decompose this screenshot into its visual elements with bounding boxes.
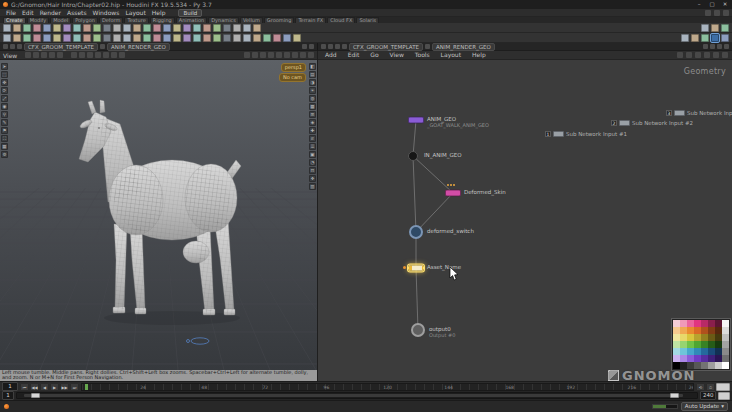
palette-swatch[interactable] (722, 355, 729, 362)
shelf-tool-icon[interactable] (701, 24, 709, 32)
shelf-tool-icon[interactable] (243, 24, 251, 32)
viewport-toolbar-icon[interactable] (268, 52, 274, 58)
network-toolbar-icon[interactable] (695, 52, 701, 58)
shelf-tool-icon[interactable] (93, 24, 101, 32)
menubar-icon[interactable] (705, 10, 711, 16)
pane-menu-icon[interactable] (328, 44, 333, 49)
palette-swatch[interactable] (694, 355, 701, 362)
palette-swatch[interactable] (715, 362, 722, 369)
pane-option-icon[interactable] (724, 44, 729, 49)
shelf-tool-icon[interactable] (163, 34, 171, 42)
maximize-button[interactable]: ▢ (708, 0, 716, 9)
viewport-view-button[interactable]: View (3, 52, 17, 59)
shelf-tool-icon[interactable] (143, 24, 151, 32)
viewport-toolbar-icon[interactable] (292, 52, 298, 58)
minimize-button[interactable]: – (695, 0, 703, 9)
display-option-icon[interactable]: ✚ (309, 127, 316, 134)
viewport-toolbar-icon[interactable] (57, 52, 63, 58)
viewport-toolbar-icon[interactable] (111, 52, 117, 58)
range-grip-end[interactable] (670, 393, 679, 398)
node-shape[interactable] (411, 323, 425, 337)
display-option-icon[interactable]: ▥ (309, 183, 316, 190)
palette-swatch[interactable] (673, 341, 680, 348)
pane-option-icon[interactable] (302, 44, 307, 49)
shelf-tool-icon[interactable] (73, 34, 81, 42)
current-frame-field[interactable]: 1 (2, 382, 18, 391)
pane-option-icon[interactable] (710, 44, 715, 49)
path-segment[interactable]: CFX_GROOM_TEMPLATE (24, 43, 98, 51)
global-range-slider[interactable] (16, 392, 698, 399)
viewport-canvas[interactable] (0, 60, 317, 370)
viewport-tool-icon[interactable]: ⤢ (1, 95, 8, 102)
shelf-tool-icon[interactable] (711, 34, 719, 42)
palette-swatch[interactable] (722, 341, 729, 348)
palette-swatch[interactable] (701, 320, 708, 327)
viewport-tool-icon[interactable]: ⬚ (1, 71, 8, 78)
transport-button[interactable]: ◀ (40, 383, 49, 391)
viewport-toolbar-icon[interactable] (284, 52, 290, 58)
viewport-tool-icon[interactable]: ⟳ (1, 87, 8, 94)
viewport-camera-pill[interactable]: No cam (279, 73, 306, 82)
viewport-tool-icon[interactable]: ⚑ (1, 127, 8, 134)
shelf-tool-icon[interactable] (213, 24, 221, 32)
transport-button[interactable]: ▶ (50, 383, 59, 391)
palette-swatch[interactable] (694, 320, 701, 327)
shelf-tool-icon[interactable] (233, 34, 241, 42)
palette-swatch[interactable] (708, 320, 715, 327)
palette-swatch[interactable] (701, 355, 708, 362)
palette-swatch[interactable] (680, 341, 687, 348)
shelf-tool-icon[interactable] (691, 34, 699, 42)
shelf-tool-icon[interactable] (133, 34, 141, 42)
pane-menu-icon[interactable] (3, 44, 8, 49)
shelf-tool-icon[interactable] (273, 34, 281, 42)
palette-swatch[interactable] (673, 327, 680, 334)
origin-gizmo[interactable] (187, 338, 210, 344)
palette-swatch[interactable] (680, 320, 687, 327)
shelf-tool-icon[interactable] (103, 34, 111, 42)
palette-swatch[interactable] (673, 320, 680, 327)
shelf-tool-icon[interactable] (73, 24, 81, 32)
palette-swatch[interactable] (708, 334, 715, 341)
shelf-tool-icon[interactable] (3, 24, 11, 32)
palette-swatch[interactable] (722, 334, 729, 341)
shelf-tool-icon[interactable] (83, 24, 91, 32)
shelf-tool-icon[interactable] (263, 34, 271, 42)
display-option-icon[interactable]: ◧ (309, 63, 316, 70)
palette-swatch[interactable] (701, 348, 708, 355)
palette-swatch[interactable] (715, 327, 722, 334)
network-toolbar-icon[interactable] (713, 52, 719, 58)
shelf-tool-icon[interactable] (163, 24, 171, 32)
menu-render[interactable]: Render (37, 9, 64, 17)
shelf-tool-icon[interactable] (283, 34, 291, 42)
netmenu-view[interactable]: View (387, 51, 407, 59)
range-options-button[interactable] (718, 392, 730, 400)
netmenu-add[interactable]: Add (322, 51, 340, 59)
palette-swatch[interactable] (687, 355, 694, 362)
shelf-tool-icon[interactable] (173, 34, 181, 42)
subnet-input-node[interactable]: 2Sub Network Input #2 (611, 120, 693, 126)
shelf-tool-icon[interactable] (153, 24, 161, 32)
transport-button[interactable]: ◀◀ (30, 383, 39, 391)
palette-swatch[interactable] (715, 341, 722, 348)
shelf-tool-icon[interactable] (721, 24, 729, 32)
viewport-toolbar-icon[interactable] (71, 52, 77, 58)
shelf-tool-icon[interactable] (53, 24, 61, 32)
menubar-icon[interactable] (714, 10, 720, 16)
shelf-tool-icon[interactable] (153, 34, 161, 42)
palette-swatch[interactable] (680, 327, 687, 334)
subnet-input-tile[interactable] (674, 110, 685, 116)
shelf-tool-icon[interactable] (193, 24, 201, 32)
netmenu-help[interactable]: Help (469, 51, 489, 59)
viewport-toolbar-icon[interactable] (252, 52, 258, 58)
palette-swatch[interactable] (701, 341, 708, 348)
display-option-icon[interactable]: ◔ (309, 159, 316, 166)
viewport-toolbar-icon[interactable] (79, 52, 85, 58)
display-option-icon[interactable]: ⊞ (309, 111, 316, 118)
palette-swatch[interactable] (673, 348, 680, 355)
shelf-tool-icon[interactable] (3, 34, 11, 42)
palette-swatch[interactable] (708, 327, 715, 334)
palette-swatch[interactable] (680, 355, 687, 362)
menu-file[interactable]: File (3, 9, 19, 17)
display-option-icon[interactable]: ≋ (309, 135, 316, 142)
palette-swatch[interactable] (722, 320, 729, 327)
